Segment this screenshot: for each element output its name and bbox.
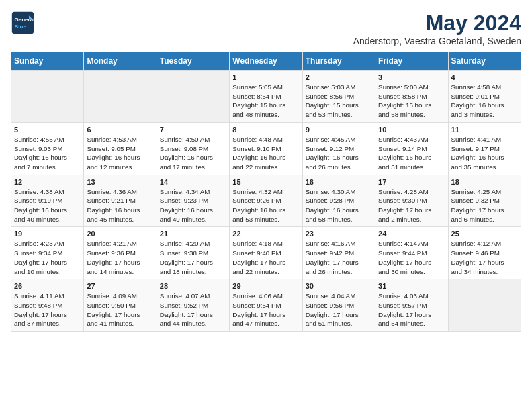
day-cell: 23Sunrise: 4:16 AM Sunset: 9:42 PM Dayli…: [302, 227, 375, 279]
day-cell: 7Sunrise: 4:50 AM Sunset: 9:08 PM Daylig…: [157, 122, 229, 175]
day-cell: 1Sunrise: 5:05 AM Sunset: 8:54 PM Daylig…: [230, 71, 302, 123]
day-info: Sunrise: 4:04 AM Sunset: 9:56 PM Dayligh…: [306, 291, 372, 328]
calendar-table: SundayMondayTuesdayWednesdayThursdayFrid…: [11, 52, 521, 332]
day-info: Sunrise: 4:23 AM Sunset: 9:34 PM Dayligh…: [14, 239, 81, 276]
day-info: Sunrise: 4:34 AM Sunset: 9:23 PM Dayligh…: [160, 187, 226, 224]
header-monday: Monday: [84, 52, 157, 71]
day-cell: 26Sunrise: 4:11 AM Sunset: 9:48 PM Dayli…: [11, 279, 84, 332]
day-cell: 16Sunrise: 4:30 AM Sunset: 9:28 PM Dayli…: [302, 175, 375, 227]
day-info: Sunrise: 4:32 AM Sunset: 9:26 PM Dayligh…: [232, 187, 299, 224]
day-number: 31: [378, 282, 445, 290]
day-cell: 25Sunrise: 4:12 AM Sunset: 9:46 PM Dayli…: [448, 227, 521, 279]
day-info: Sunrise: 4:06 AM Sunset: 9:54 PM Dayligh…: [232, 291, 299, 328]
title-block: May 2024 Anderstorp, Vaestra Goetaland, …: [353, 11, 521, 46]
day-cell: 29Sunrise: 4:06 AM Sunset: 9:54 PM Dayli…: [230, 279, 302, 332]
page-header: General Blue May 2024 Anderstorp, Vaestr…: [11, 11, 521, 46]
day-number: 23: [306, 230, 372, 238]
day-number: 19: [14, 230, 81, 238]
header-saturday: Saturday: [448, 52, 521, 71]
day-number: 7: [160, 126, 226, 134]
day-cell: 5Sunrise: 4:55 AM Sunset: 9:03 PM Daylig…: [11, 122, 84, 175]
day-info: Sunrise: 4:36 AM Sunset: 9:21 PM Dayligh…: [87, 187, 153, 224]
svg-text:Blue: Blue: [14, 24, 26, 30]
day-cell: 6Sunrise: 4:53 AM Sunset: 9:05 PM Daylig…: [84, 122, 157, 175]
day-info: Sunrise: 4:43 AM Sunset: 9:14 PM Dayligh…: [378, 135, 445, 172]
day-info: Sunrise: 4:16 AM Sunset: 9:42 PM Dayligh…: [306, 239, 372, 276]
day-info: Sunrise: 4:14 AM Sunset: 9:44 PM Dayligh…: [378, 239, 445, 276]
main-title: May 2024: [353, 11, 521, 36]
day-cell: 19Sunrise: 4:23 AM Sunset: 9:34 PM Dayli…: [11, 227, 84, 279]
day-number: 28: [160, 282, 226, 290]
day-cell: 28Sunrise: 4:07 AM Sunset: 9:52 PM Dayli…: [157, 279, 229, 332]
day-number: 4: [451, 73, 518, 81]
day-info: Sunrise: 4:58 AM Sunset: 9:01 PM Dayligh…: [451, 83, 518, 120]
day-cell: 4Sunrise: 4:58 AM Sunset: 9:01 PM Daylig…: [448, 71, 521, 123]
day-number: 29: [232, 282, 299, 290]
day-info: Sunrise: 4:45 AM Sunset: 9:12 PM Dayligh…: [306, 135, 372, 172]
day-cell: 24Sunrise: 4:14 AM Sunset: 9:44 PM Dayli…: [375, 227, 448, 279]
day-info: Sunrise: 4:11 AM Sunset: 9:48 PM Dayligh…: [14, 291, 81, 328]
day-cell: 9Sunrise: 4:45 AM Sunset: 9:12 PM Daylig…: [302, 122, 375, 175]
day-number: 5: [14, 126, 81, 134]
day-info: Sunrise: 5:00 AM Sunset: 8:58 PM Dayligh…: [378, 83, 445, 120]
day-number: 24: [378, 230, 445, 238]
day-info: Sunrise: 4:53 AM Sunset: 9:05 PM Dayligh…: [87, 135, 153, 172]
day-info: Sunrise: 4:50 AM Sunset: 9:08 PM Dayligh…: [160, 135, 226, 172]
week-row-3: 12Sunrise: 4:38 AM Sunset: 9:19 PM Dayli…: [11, 175, 521, 227]
header-friday: Friday: [375, 52, 448, 71]
day-cell: 2Sunrise: 5:03 AM Sunset: 8:56 PM Daylig…: [302, 71, 375, 123]
day-number: 10: [378, 126, 445, 134]
day-cell: 27Sunrise: 4:09 AM Sunset: 9:50 PM Dayli…: [84, 279, 157, 332]
day-number: 15: [232, 178, 299, 186]
day-cell: 10Sunrise: 4:43 AM Sunset: 9:14 PM Dayli…: [375, 122, 448, 175]
svg-text:General: General: [14, 17, 34, 23]
day-number: 20: [87, 230, 153, 238]
day-info: Sunrise: 4:07 AM Sunset: 9:52 PM Dayligh…: [160, 291, 226, 328]
day-info: Sunrise: 4:28 AM Sunset: 9:30 PM Dayligh…: [378, 187, 445, 224]
header-tuesday: Tuesday: [157, 52, 229, 71]
day-cell: 18Sunrise: 4:25 AM Sunset: 9:32 PM Dayli…: [448, 175, 521, 227]
day-number: 18: [451, 178, 518, 186]
day-number: 30: [306, 282, 372, 290]
day-info: Sunrise: 4:20 AM Sunset: 9:38 PM Dayligh…: [160, 239, 226, 276]
day-number: 17: [378, 178, 445, 186]
day-cell: 12Sunrise: 4:38 AM Sunset: 9:19 PM Dayli…: [11, 175, 84, 227]
day-cell: [448, 279, 521, 332]
day-info: Sunrise: 5:03 AM Sunset: 8:56 PM Dayligh…: [306, 83, 372, 120]
week-row-2: 5Sunrise: 4:55 AM Sunset: 9:03 PM Daylig…: [11, 122, 521, 175]
day-info: Sunrise: 4:21 AM Sunset: 9:36 PM Dayligh…: [87, 239, 153, 276]
day-number: 21: [160, 230, 226, 238]
header-row: SundayMondayTuesdayWednesdayThursdayFrid…: [11, 52, 521, 71]
day-info: Sunrise: 5:05 AM Sunset: 8:54 PM Dayligh…: [232, 83, 299, 120]
day-cell: 20Sunrise: 4:21 AM Sunset: 9:36 PM Dayli…: [84, 227, 157, 279]
header-wednesday: Wednesday: [230, 52, 302, 71]
header-sunday: Sunday: [11, 52, 84, 71]
day-number: 26: [14, 282, 81, 290]
day-info: Sunrise: 4:12 AM Sunset: 9:46 PM Dayligh…: [451, 239, 518, 276]
day-info: Sunrise: 4:55 AM Sunset: 9:03 PM Dayligh…: [14, 135, 81, 172]
day-cell: 15Sunrise: 4:32 AM Sunset: 9:26 PM Dayli…: [230, 175, 302, 227]
day-info: Sunrise: 4:30 AM Sunset: 9:28 PM Dayligh…: [306, 187, 372, 224]
day-cell: 8Sunrise: 4:48 AM Sunset: 9:10 PM Daylig…: [230, 122, 302, 175]
logo: General Blue: [11, 11, 35, 35]
day-cell: 21Sunrise: 4:20 AM Sunset: 9:38 PM Dayli…: [157, 227, 229, 279]
day-cell: 3Sunrise: 5:00 AM Sunset: 8:58 PM Daylig…: [375, 71, 448, 123]
header-thursday: Thursday: [302, 52, 375, 71]
day-cell: 30Sunrise: 4:04 AM Sunset: 9:56 PM Dayli…: [302, 279, 375, 332]
day-number: 9: [306, 126, 372, 134]
day-info: Sunrise: 4:09 AM Sunset: 9:50 PM Dayligh…: [87, 291, 153, 328]
day-info: Sunrise: 4:18 AM Sunset: 9:40 PM Dayligh…: [232, 239, 299, 276]
day-info: Sunrise: 4:48 AM Sunset: 9:10 PM Dayligh…: [232, 135, 299, 172]
day-cell: 14Sunrise: 4:34 AM Sunset: 9:23 PM Dayli…: [157, 175, 229, 227]
day-number: 12: [14, 178, 81, 186]
subtitle: Anderstorp, Vaestra Goetaland, Sweden: [353, 36, 521, 46]
day-info: Sunrise: 4:41 AM Sunset: 9:17 PM Dayligh…: [451, 135, 518, 172]
day-number: 13: [87, 178, 153, 186]
day-cell: 17Sunrise: 4:28 AM Sunset: 9:30 PM Dayli…: [375, 175, 448, 227]
day-number: 25: [451, 230, 518, 238]
week-row-1: 1Sunrise: 5:05 AM Sunset: 8:54 PM Daylig…: [11, 71, 521, 123]
day-number: 1: [232, 73, 299, 81]
day-cell: 22Sunrise: 4:18 AM Sunset: 9:40 PM Dayli…: [230, 227, 302, 279]
calendar-body: 1Sunrise: 5:05 AM Sunset: 8:54 PM Daylig…: [11, 71, 521, 332]
day-cell: 31Sunrise: 4:03 AM Sunset: 9:57 PM Dayli…: [375, 279, 448, 332]
